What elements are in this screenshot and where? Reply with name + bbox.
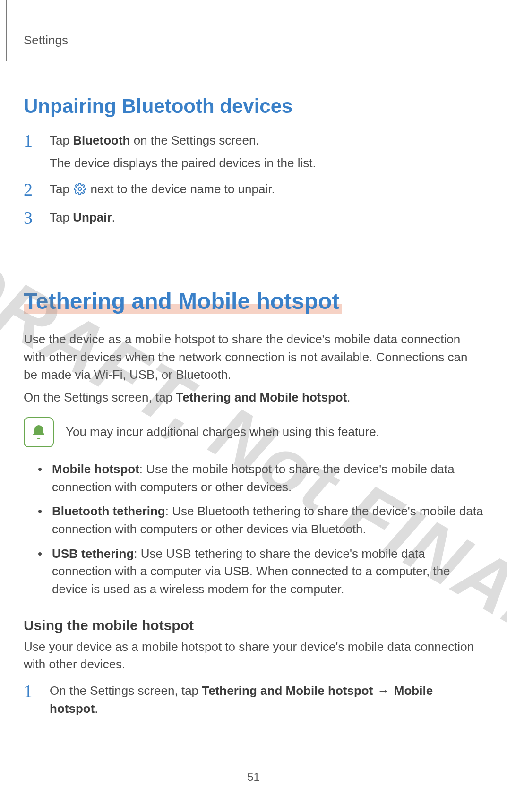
step-row: 1 Tap Bluetooth on the Settings screen. …: [24, 132, 483, 172]
text: next to the device name to unpair.: [87, 182, 275, 196]
bold-text: USB tethering: [52, 547, 134, 561]
page-number: 51: [0, 770, 507, 784]
step-row: 2 Tap next to the device name to unpair.: [24, 180, 483, 200]
note-callout: You may incur additional charges when us…: [24, 417, 483, 447]
text: Tap: [50, 182, 73, 196]
note-text: You may incur additional charges when us…: [66, 425, 379, 439]
bell-icon: [24, 417, 54, 447]
text: .: [112, 210, 115, 224]
bold-text: Tethering and Mobile hotspot: [202, 684, 373, 698]
step-body: Tap next to the device name to unpair.: [50, 180, 483, 200]
step-subtext: The device displays the paired devices i…: [50, 154, 483, 172]
header-category: Settings: [24, 33, 483, 48]
text: on the Settings screen.: [130, 133, 259, 147]
list-item: USB tethering: Use USB tethering to shar…: [38, 545, 483, 598]
document-page: Settings Unpairing Bluetooth devices 1 T…: [0, 0, 507, 812]
subheading-using-hotspot: Using the mobile hotspot: [24, 617, 483, 633]
step-number: 3: [24, 209, 50, 227]
paragraph: On the Settings screen, tap Tethering an…: [24, 389, 483, 407]
text: Tap: [50, 133, 73, 147]
bold-text: Bluetooth: [73, 133, 130, 147]
text: Tap: [50, 210, 73, 224]
paragraph: Use your device as a mobile hotspot to s…: [24, 638, 483, 674]
paragraph: Use the device as a mobile hotspot to sh…: [24, 331, 483, 384]
bold-text: Unpair: [73, 210, 112, 224]
bullet-list: Mobile hotspot: Use the mobile hotspot t…: [38, 461, 483, 598]
step-body: Tap Bluetooth on the Settings screen. Th…: [50, 132, 483, 172]
bold-text: Tethering and Mobile hotspot: [176, 390, 347, 404]
step-number: 2: [24, 180, 50, 198]
svg-point-0: [78, 188, 82, 191]
text: On the Settings screen, tap: [24, 390, 176, 404]
step-body: On the Settings screen, tap Tethering an…: [50, 682, 483, 718]
step-row: 3 Tap Unpair.: [24, 209, 483, 227]
list-item: Bluetooth tethering: Use Bluetooth tethe…: [38, 503, 483, 538]
step-number: 1: [24, 682, 50, 700]
arrow-icon: →: [374, 684, 393, 698]
step-number: 1: [24, 132, 50, 150]
text: On the Settings screen, tap: [50, 684, 202, 698]
step-row: 1 On the Settings screen, tap Tethering …: [24, 682, 483, 718]
bold-text: Mobile hotspot: [52, 462, 139, 476]
heading-unpairing: Unpairing Bluetooth devices: [24, 95, 483, 118]
text: .: [347, 390, 350, 404]
heading-tethering: Tethering and Mobile hotspot: [24, 288, 342, 314]
left-margin-rule: [6, 0, 7, 61]
gear-icon: [74, 182, 86, 200]
bold-text: Bluetooth tethering: [52, 504, 165, 518]
step-body: Tap Unpair.: [50, 209, 483, 227]
list-item: Mobile hotspot: Use the mobile hotspot t…: [38, 461, 483, 496]
text: .: [95, 701, 98, 716]
